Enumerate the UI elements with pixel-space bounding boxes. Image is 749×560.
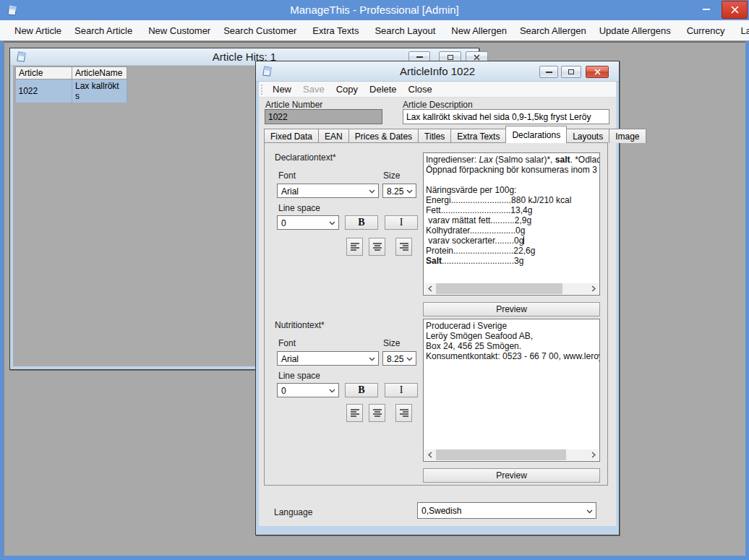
tab-titles[interactable]: Titles — [418, 129, 451, 143]
menu-item-new-customer[interactable]: New Customer — [142, 22, 217, 39]
article-info-maximize-button[interactable] — [561, 66, 581, 78]
scrollbar-thumb[interactable] — [436, 283, 562, 294]
main-menubar: New Article Search Article New Customer … — [0, 20, 749, 41]
decl-line-space-label: Line space — [278, 203, 320, 213]
nutr-bold-button[interactable]: B — [345, 383, 378, 397]
menu-item-new-article[interactable]: New Article — [8, 22, 68, 39]
language-select[interactable]: 0,Swedish — [417, 502, 596, 519]
nutrition-hscrollbar[interactable] — [424, 449, 599, 460]
mdi-client-area: Article Hits: 1 Article ArticleName 1022… — [4, 41, 745, 556]
decl-font-select[interactable]: Arial — [277, 184, 379, 198]
nutrition-textarea[interactable]: Producerad i SverigeLeröy Smögen Seafood… — [423, 319, 600, 462]
decl-align-right-button[interactable] — [395, 238, 412, 256]
scroll-right-arrow-icon[interactable] — [588, 449, 599, 460]
menu-item-new[interactable]: New — [267, 82, 297, 96]
scroll-right-arrow-icon[interactable] — [588, 283, 599, 294]
tab-extra-texts[interactable]: Extra Texts — [450, 129, 506, 143]
nutr-line-space-select[interactable]: 0 — [277, 383, 339, 397]
nutrition-text[interactable]: Producerad i SverigeLeröy Smögen Seafood… — [426, 321, 599, 449]
article-hits-table: Article ArticleName 1022 Lax kallrökt s — [15, 66, 127, 103]
article-description-label: Article Description — [403, 100, 473, 110]
decl-line-space-select[interactable]: 0 — [277, 215, 339, 230]
toolbar-grip-icon — [260, 85, 263, 95]
cell-article[interactable]: 1022 — [16, 79, 72, 103]
tab-layouts[interactable]: Layouts — [566, 129, 609, 143]
main-window-title: ManageThis - Professional [Admin] — [0, 4, 749, 16]
nutr-italic-button[interactable]: I — [385, 383, 418, 397]
decl-font-label: Font — [278, 171, 296, 181]
menu-item-close[interactable]: Close — [403, 82, 438, 96]
article-info-titlebar[interactable]: ArticleInfo 1022 — [256, 61, 619, 82]
chevron-down-icon — [586, 509, 593, 514]
decl-align-left-button[interactable] — [346, 238, 363, 256]
declaration-hscrollbar[interactable] — [424, 283, 599, 294]
nutr-align-right-button[interactable] — [395, 404, 412, 422]
menu-item-currency[interactable]: Currency — [680, 22, 732, 39]
menu-item-copy[interactable]: Copy — [330, 82, 364, 96]
chevron-down-icon — [369, 189, 375, 194]
decl-size-select[interactable]: 8.25 — [382, 184, 416, 198]
main-titlebar: ManageThis - Professional [Admin] — [0, 0, 749, 20]
nutr-align-center-button[interactable] — [369, 404, 385, 422]
menu-item-extra-texts[interactable]: Extra Texts — [306, 22, 365, 39]
menu-item-search-customer[interactable]: Search Customer — [217, 22, 303, 39]
declaration-textarea[interactable]: Ingredienser: Lax (Salmo salar)*, salt. … — [423, 152, 600, 296]
menu-item-update-allergens[interactable]: Update Allergens — [593, 22, 677, 39]
nutr-font-select[interactable]: Arial — [277, 351, 379, 366]
tab-declarations[interactable]: Declarations — [505, 126, 567, 143]
tab-ean[interactable]: EAN — [318, 129, 349, 143]
menu-item-delete[interactable]: Delete — [364, 82, 403, 96]
chevron-down-icon — [406, 357, 413, 361]
decl-align-center-button[interactable] — [369, 238, 385, 256]
article-info-client: New Save Copy Delete Close Article Numbe… — [259, 82, 616, 526]
menu-item-new-allergen[interactable]: New Allergen — [445, 22, 513, 39]
align-right-icon — [399, 242, 409, 251]
article-number-label: Article Number — [265, 100, 322, 110]
article-info-window: ArticleInfo 1022 New Save Copy Delete Cl… — [255, 61, 620, 535]
declarations-tab-panel: Declarationtext* Font Size Arial 8.25 Li… — [264, 142, 608, 486]
tab-prices-dates[interactable]: Prices & Dates — [348, 129, 419, 143]
chevron-down-icon — [329, 221, 335, 225]
maximize-icon — [448, 55, 453, 60]
close-icon — [594, 69, 601, 75]
menu-item-search-layout[interactable]: Search Layout — [368, 22, 442, 39]
align-right-icon — [399, 408, 409, 418]
tab-image[interactable]: Image — [609, 129, 646, 143]
article-info-minimize-button[interactable] — [539, 66, 558, 78]
align-left-icon — [350, 408, 360, 418]
declaration-text[interactable]: Ingredienser: Lax (Salmo salar)*, salt. … — [426, 155, 599, 283]
scroll-left-arrow-icon[interactable] — [424, 283, 435, 294]
nutr-align-left-button[interactable] — [346, 404, 363, 422]
chevron-down-icon — [329, 389, 335, 393]
tab-fixed-data[interactable]: Fixed Data — [264, 129, 319, 143]
menu-item-save[interactable]: Save — [297, 82, 330, 96]
nutr-size-select[interactable]: 8.25 — [382, 351, 416, 366]
column-header-articlename[interactable]: ArticleName — [72, 67, 127, 79]
article-number-field[interactable]: 1022 — [265, 109, 382, 124]
close-button[interactable] — [722, 1, 748, 19]
menu-item-search-article[interactable]: Search Article — [68, 22, 139, 39]
column-header-article[interactable]: Article — [16, 67, 72, 79]
minimize-button[interactable] — [698, 0, 714, 19]
nutr-size-label: Size — [383, 338, 400, 348]
article-description-field[interactable]: Lax kallrökt skivad hel sida 0,9-1,5kg f… — [403, 109, 609, 124]
menu-item-search-allergen[interactable]: Search Allergen — [513, 22, 593, 39]
article-info-menubar: New Save Copy Delete Close — [259, 82, 616, 98]
article-info-close-button[interactable] — [586, 66, 609, 78]
nutr-font-label: Font — [278, 338, 296, 348]
cell-articlename[interactable]: Lax kallrökt s — [72, 79, 127, 103]
align-center-icon — [372, 408, 382, 418]
application-window: ManageThis - Professional [Admin] New Ar… — [0, 0, 749, 560]
menu-item-language[interactable]: Language — [734, 22, 749, 39]
close-icon — [731, 6, 739, 14]
scroll-left-arrow-icon[interactable] — [424, 449, 435, 460]
nutrition-preview-button[interactable]: Preview — [423, 468, 600, 483]
decl-size-label: Size — [383, 171, 400, 181]
align-center-icon — [372, 242, 382, 251]
declaration-preview-button[interactable]: Preview — [423, 302, 600, 316]
tab-strip: Fixed Data EAN Prices & Dates Titles Ext… — [264, 127, 646, 143]
scrollbar-thumb[interactable] — [436, 449, 566, 460]
decl-italic-button[interactable]: I — [385, 215, 418, 230]
table-row[interactable]: 1022 Lax kallrökt s — [16, 79, 127, 103]
decl-bold-button[interactable]: B — [345, 215, 378, 230]
